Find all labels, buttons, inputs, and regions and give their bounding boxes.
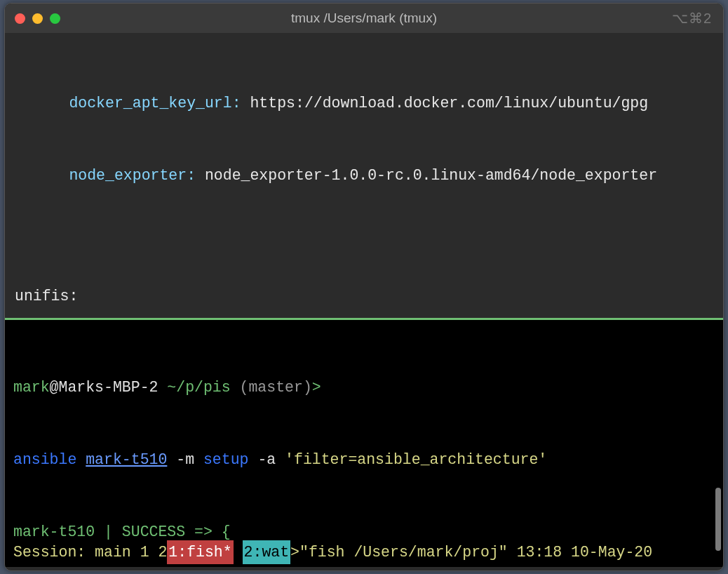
output-line: mark-t510 | SUCCESS => {: [13, 520, 715, 544]
cmd-module: setup: [203, 451, 257, 468]
yaml-value: https://download.docker.com/linux/ubuntu…: [241, 95, 649, 112]
shell-prompt-line: mark@Marks-MBP-2 ~/p/pis (master)>: [13, 375, 715, 399]
scrollbar[interactable]: [715, 488, 721, 551]
minimize-icon[interactable]: [32, 13, 43, 24]
cmd-flag: -a: [257, 451, 285, 468]
yaml-key: docker_apt_key_url: [15, 95, 232, 112]
close-icon[interactable]: [15, 13, 25, 24]
shell-command-line: ansible mark-t510 -m setup -a 'filter=an…: [13, 448, 715, 472]
top-pane[interactable]: docker_apt_key_url: https://download.doc…: [5, 33, 723, 318]
prompt-user: mark: [13, 379, 50, 396]
traffic-lights: [15, 13, 60, 24]
yaml-line: node_exporter: node_exporter-1.0.0-rc.0.…: [6, 163, 722, 187]
yaml-line: unifis:: [6, 284, 722, 308]
prompt-host: Marks-MBP-2: [59, 379, 168, 396]
terminal-window: tmux /Users/mark (tmux) ⌥⌘2 docker_apt_k…: [4, 3, 724, 571]
cmd-target: mark-t510: [86, 451, 167, 468]
prompt-at: @: [50, 379, 59, 396]
keyboard-shortcut: ⌥⌘2: [672, 10, 712, 27]
prompt-branch: (master): [240, 379, 312, 396]
cmd-ansible: ansible: [13, 451, 86, 468]
yaml-line: docker_apt_key_url: https://download.doc…: [6, 91, 722, 115]
yaml-key: node_exporter: [15, 167, 187, 184]
titlebar: tmux /Users/mark (tmux) ⌥⌘2: [5, 4, 723, 33]
prompt-path: ~/p/pis: [167, 379, 239, 396]
cmd-arg: 'filter=ansible_architecture': [285, 451, 547, 468]
window-title: tmux /Users/mark (tmux): [5, 11, 723, 26]
prompt-gt: >: [312, 379, 330, 396]
zoom-icon[interactable]: [50, 13, 60, 24]
bottom-pane[interactable]: mark@Marks-MBP-2 ~/p/pis (master)> ansib…: [5, 320, 723, 540]
yaml-value: node_exporter-1.0.0-rc.0.linux-amd64/nod…: [196, 167, 657, 184]
cmd-flag: -m: [167, 451, 203, 468]
